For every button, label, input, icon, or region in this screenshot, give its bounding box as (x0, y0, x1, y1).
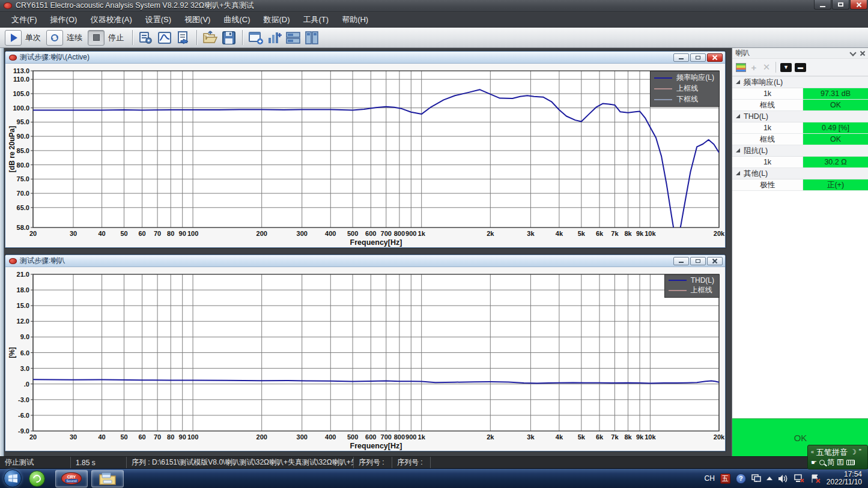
menu-item-4[interactable]: 视图(V) (178, 13, 217, 27)
result-label-cell: 1k (732, 122, 803, 133)
ime-moon-icon[interactable]: ☽ (850, 447, 857, 457)
svg-text:90: 90 (179, 230, 186, 237)
network-icon[interactable] (794, 474, 805, 483)
svg-text:8k: 8k (624, 230, 632, 237)
new-chart-button[interactable] (266, 29, 283, 46)
result-section-3[interactable]: 其他(L) (732, 168, 868, 179)
svg-text:15.0: 15.0 (17, 302, 29, 309)
svg-text:10k: 10k (645, 433, 656, 441)
chart2-maximize-button[interactable] (690, 257, 706, 265)
stop-button[interactable] (88, 30, 105, 46)
result-section-0[interactable]: 频率响应(L) (732, 77, 868, 88)
menu-item-3[interactable]: 设置(S) (139, 13, 178, 27)
result-value-cell: 正(+) (803, 179, 868, 190)
ime-panel[interactable]: « 五笔拼音 ☽ ” ☛ 简 囯 (807, 445, 868, 469)
play-icon (11, 34, 17, 42)
collapse-triangle-icon[interactable] (736, 80, 740, 84)
chart1-minimize-button[interactable] (673, 53, 689, 62)
browser-app-icon[interactable] (29, 471, 45, 487)
chart1-close-button[interactable] (707, 53, 723, 62)
svg-text:7k: 7k (611, 433, 619, 441)
svg-text:9.0: 9.0 (20, 333, 29, 340)
svg-text:60: 60 (138, 230, 145, 237)
ime-collapse-icon[interactable]: « (811, 450, 814, 454)
chart1-maximize-button[interactable] (690, 53, 706, 62)
expand-all-button[interactable]: ▬ (795, 63, 806, 72)
menu-item-2[interactable]: 仪器校准(A) (83, 13, 138, 27)
svg-text:2k: 2k (487, 230, 494, 237)
ime-simplified-toggle[interactable]: 简 (827, 457, 834, 468)
menu-item-0[interactable]: 文件(F) (5, 13, 44, 27)
settings-button[interactable] (138, 29, 154, 46)
chart-window-2-titlebar[interactable]: 测试步骤:喇叭 (5, 255, 725, 267)
panel-toolbar-separator (775, 62, 776, 73)
collapse-triangle-icon[interactable] (736, 114, 740, 118)
help-tray-icon[interactable]: ? (736, 474, 746, 484)
tile-vertical-button[interactable] (303, 29, 320, 46)
new-window-button[interactable] (247, 29, 264, 46)
tile-horizontal-button[interactable] (285, 29, 302, 46)
result-label-cell: 框线 (732, 134, 803, 145)
chart2-close-button[interactable] (707, 257, 723, 265)
panel-close-icon[interactable] (860, 51, 865, 56)
menu-item-5[interactable]: 曲线(C) (217, 13, 256, 27)
start-button[interactable] (4, 469, 22, 487)
x-axis-title: Frequency[Hz] (350, 442, 402, 450)
collapse-triangle-icon[interactable] (736, 171, 740, 175)
menu-item-1[interactable]: 操作(O) (44, 13, 84, 27)
svg-text:700: 700 (381, 230, 392, 237)
ime-tray-icon[interactable]: 五 (720, 474, 730, 484)
menu-item-7[interactable]: 工具(T) (297, 13, 336, 27)
results-panel-titlebar[interactable]: 喇叭 (732, 48, 868, 59)
legend-entry: 频率响应(L) (654, 73, 714, 83)
save-button[interactable] (220, 29, 237, 46)
chart-window-1-titlebar[interactable]: 测试步骤:喇叭(Active) (5, 52, 725, 64)
collapse-all-button[interactable]: ▼ (780, 63, 792, 72)
ime-keyboard-icon[interactable] (846, 460, 855, 465)
run-continuous-button[interactable] (46, 30, 63, 46)
svg-text:600: 600 (365, 433, 376, 441)
svg-text:4k: 4k (556, 433, 563, 441)
minimize-button[interactable] (814, 0, 831, 10)
left-dock-strip[interactable] (0, 48, 4, 456)
maximize-button[interactable] (832, 0, 849, 10)
curve-setup-button[interactable] (156, 29, 173, 46)
ime-hand-icon[interactable]: ☛ (811, 457, 817, 468)
taskbar-cry-sound-button[interactable]: CRYSound (55, 470, 88, 487)
ime-fullwidth-toggle[interactable]: 囯 (837, 457, 844, 468)
collapse-triangle-icon[interactable] (736, 148, 740, 152)
volume-icon[interactable] (778, 474, 789, 483)
x-tick-labels: 2030405060708090100200300400500600700800… (29, 433, 725, 441)
tray-expand-arrow[interactable] (766, 477, 772, 480)
legend-entry: THD(L) (669, 276, 714, 285)
taskbar-explorer-button[interactable] (91, 470, 124, 487)
svg-text:200: 200 (256, 230, 267, 237)
close-icon (712, 259, 717, 264)
minimize-icon (679, 262, 684, 263)
close-icon (856, 2, 861, 7)
y-axis-title: [%] (8, 347, 16, 358)
report-button[interactable] (175, 29, 192, 46)
run-single-button[interactable] (5, 30, 22, 46)
y-axis-title: [dB re 20uPa] (8, 126, 16, 172)
language-indicator[interactable]: CH (704, 474, 714, 483)
action-center-flag-icon[interactable] (810, 474, 821, 483)
menu-item-6[interactable]: 数据(D) (256, 13, 296, 27)
open-button[interactable] (202, 29, 219, 46)
svg-text:-6.0: -6.0 (18, 412, 29, 419)
result-section-1[interactable]: THD(L) (732, 111, 868, 122)
desktop-tray-icon[interactable] (751, 474, 761, 483)
chart2-minimize-button[interactable] (673, 257, 689, 265)
menu-item-8[interactable]: 帮助(H) (335, 13, 375, 27)
result-section-2[interactable]: 阻抗(L) (732, 145, 868, 157)
limits-color-icon[interactable] (736, 63, 746, 72)
pin-icon[interactable] (849, 49, 856, 56)
svg-text:20k: 20k (714, 230, 725, 237)
taskbar-clock[interactable]: 17:54 2022/11/10 (827, 471, 864, 486)
ime-search-icon[interactable] (819, 460, 825, 465)
result-value-cell: 0.49 [%] (803, 122, 868, 133)
result-label-cell: 框线 (732, 100, 803, 110)
close-button[interactable] (850, 0, 867, 10)
legend-line-sample (669, 280, 687, 281)
ime-punct-icon[interactable]: ” (859, 447, 861, 457)
